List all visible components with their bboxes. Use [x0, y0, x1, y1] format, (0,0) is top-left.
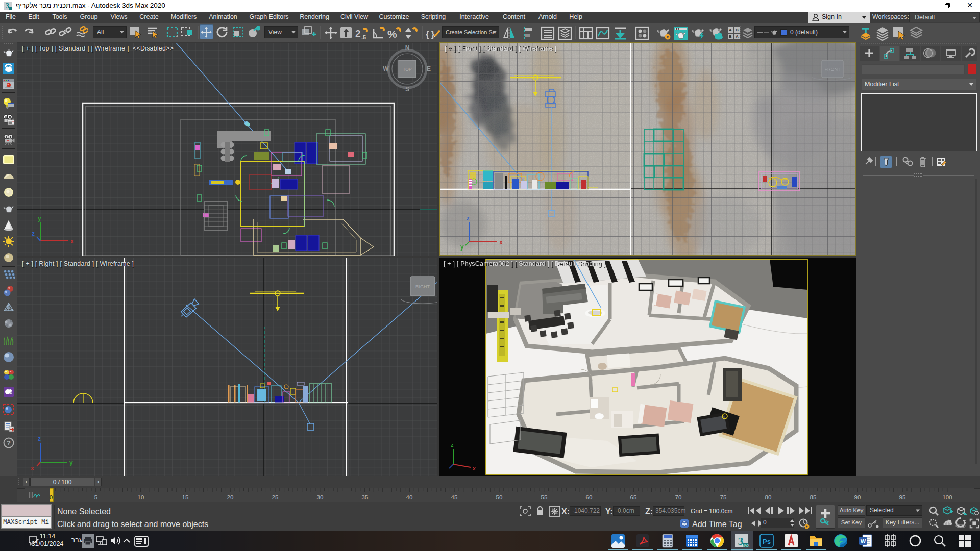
- svg-text:.5: .5: [361, 34, 366, 40]
- svg-text:z: z: [32, 230, 35, 237]
- svg-text:A: A: [729, 28, 732, 32]
- svg-text:FRONT: FRONT: [825, 67, 841, 72]
- svg-text:RIGHT: RIGHT: [415, 284, 430, 289]
- svg-text:B: B: [736, 28, 739, 32]
- svg-text:{ }: { }: [426, 29, 434, 39]
- svg-text:3: 3: [6, 2, 9, 10]
- svg-text:y: y: [460, 243, 464, 251]
- svg-text:z: z: [467, 215, 470, 222]
- svg-text:S: S: [405, 86, 409, 93]
- svg-text:z: z: [451, 442, 454, 448]
- svg-text:x: x: [499, 239, 503, 246]
- svg-text:E: E: [427, 65, 431, 72]
- svg-text:y: y: [69, 459, 73, 466]
- svg-text:x: x: [31, 465, 34, 472]
- svg-text:z: z: [38, 435, 41, 442]
- svg-text:B: B: [729, 34, 732, 39]
- svg-text:N: N: [405, 44, 410, 52]
- svg-text:x: x: [473, 465, 476, 471]
- svg-text:MAX: MAX: [742, 544, 750, 547]
- svg-text:x: x: [70, 238, 74, 245]
- svg-text:A: A: [736, 34, 739, 39]
- svg-text:W: W: [383, 65, 389, 72]
- svg-text:%: %: [387, 28, 397, 40]
- svg-text:W: W: [861, 538, 866, 544]
- svg-text:?: ?: [7, 439, 11, 447]
- svg-text:y: y: [38, 215, 41, 222]
- svg-text:TOP: TOP: [403, 67, 412, 72]
- svg-text:Ps: Ps: [763, 538, 771, 545]
- svg-text:2: 2: [355, 28, 361, 39]
